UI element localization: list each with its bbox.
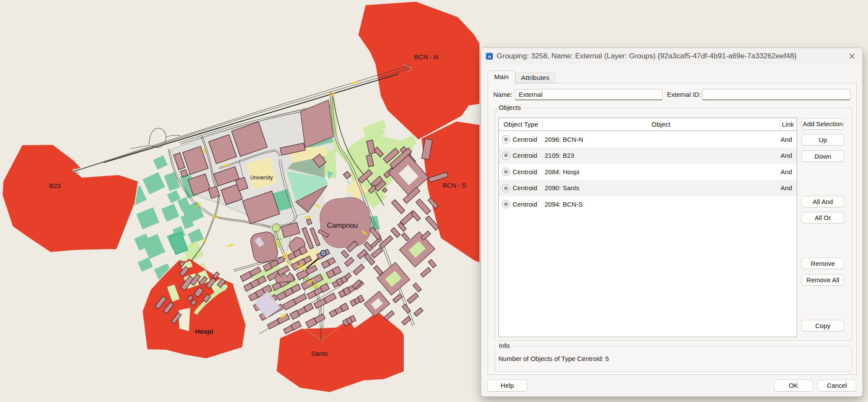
svg-text:Campnou: Campnou [327, 221, 358, 229]
svg-text:Sants: Sants [311, 350, 328, 357]
svg-text:University: University [250, 175, 273, 181]
svg-text:B23: B23 [49, 182, 61, 189]
svg-text:BCN - N: BCN - N [414, 53, 438, 61]
svg-text:Hospi: Hospi [195, 328, 213, 335]
svg-text:BCN - S: BCN - S [442, 182, 466, 189]
